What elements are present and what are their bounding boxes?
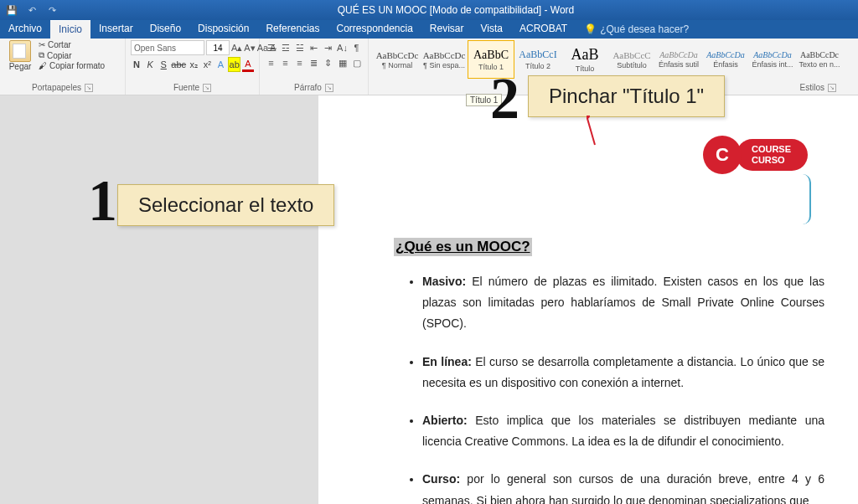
- font-name-input[interactable]: [131, 40, 204, 55]
- group-font: A▴ A▾ Aa A̶ N K S abc x₂ x² A ab A Fuent…: [126, 39, 260, 95]
- menu-home[interactable]: Inicio: [50, 20, 90, 39]
- paragraph-launcher-icon[interactable]: ↘: [325, 84, 333, 92]
- lightbulb-icon: 💡: [584, 23, 597, 35]
- style-item-texto-en-n-[interactable]: AaBbCcDcTexto en n...: [796, 40, 843, 79]
- styles-launcher-icon[interactable]: ↘: [828, 84, 836, 92]
- ribbon: Pegar ✂Cortar ⧉Copiar 🖌Copiar formato Po…: [0, 39, 858, 95]
- shading-icon[interactable]: ▦: [336, 55, 349, 70]
- annotation-step-1: Seleccionar el texto: [117, 184, 334, 226]
- page-margin-left: [0, 95, 318, 504]
- grow-font-icon[interactable]: A▴: [231, 40, 242, 55]
- font-color-icon[interactable]: A: [242, 57, 254, 72]
- badge-line2: CURSO: [752, 155, 791, 166]
- menu-references[interactable]: Referencias: [257, 20, 328, 39]
- cut-label: Cortar: [48, 40, 71, 49]
- scissors-icon: ✂: [39, 40, 45, 49]
- paste-icon: [9, 40, 31, 62]
- subscript-button[interactable]: x₂: [188, 57, 199, 72]
- list-item[interactable]: Curso: por lo general son cursos de una …: [422, 469, 824, 504]
- borders-icon[interactable]: ▢: [350, 55, 363, 70]
- align-left-icon[interactable]: ≡: [265, 55, 277, 70]
- indent-icon[interactable]: ⇥: [322, 40, 334, 55]
- shrink-font-icon[interactable]: A▾: [244, 40, 255, 55]
- annotation-number-1: 1: [88, 167, 117, 234]
- style-item--sin-espa-[interactable]: AaBbCcDc¶ Sin espa...: [421, 40, 468, 79]
- font-launcher-icon[interactable]: ↘: [203, 84, 211, 92]
- styles-group-label: Estilos: [800, 83, 824, 92]
- menu-acrobat[interactable]: ACROBAT: [511, 20, 576, 39]
- superscript-button[interactable]: x²: [201, 57, 213, 72]
- callout-bracket: [794, 174, 811, 224]
- bold-button[interactable]: N: [131, 57, 142, 72]
- line-spacing-icon[interactable]: ⇕: [322, 55, 334, 70]
- svg-line-0: [587, 116, 595, 145]
- document-bullet-list[interactable]: Masivo: El número de plazas es ilimitado…: [422, 271, 824, 504]
- font-size-input[interactable]: [206, 40, 230, 55]
- numbering-icon[interactable]: ☲: [279, 40, 292, 55]
- justify-icon[interactable]: ≣: [308, 55, 320, 70]
- align-right-icon[interactable]: ≡: [293, 55, 306, 70]
- underline-button[interactable]: S: [158, 57, 169, 72]
- group-clipboard: Pegar ✂Cortar ⧉Copiar 🖌Copiar formato Po…: [0, 39, 126, 95]
- paste-label: Pegar: [9, 62, 32, 71]
- tell-me-label: ¿Qué desea hacer?: [600, 23, 689, 35]
- menu-view[interactable]: Vista: [473, 20, 511, 39]
- align-center-icon[interactable]: ≡: [279, 55, 292, 70]
- style-item--nfasis[interactable]: AaBbCcDaÉnfasis: [702, 40, 749, 79]
- document-area: C COURSE CURSO ¿Qué es un MOOC? Masivo: …: [0, 95, 858, 504]
- badge-pill: COURSE CURSO: [737, 139, 808, 171]
- titlebar: 💾 ↶ ↷ QUÉ ES UN MOOC [Modo de compatibil…: [0, 0, 858, 20]
- multilevel-icon[interactable]: ☱: [293, 40, 306, 55]
- list-item[interactable]: Masivo: El número de plazas es ilimitado…: [422, 271, 824, 335]
- menu-file[interactable]: Archivo: [0, 20, 50, 39]
- format-painter-label: Copiar formato: [49, 61, 105, 70]
- sort-icon[interactable]: A↓: [336, 40, 349, 55]
- annotation-step-2: Pinchar "Título 1": [528, 75, 725, 117]
- brush-icon: 🖌: [39, 61, 47, 70]
- clipboard-group-label: Portapapeles: [32, 83, 81, 92]
- quick-access-toolbar: 💾 ↶ ↷: [5, 3, 59, 17]
- redo-icon[interactable]: ↷: [45, 3, 59, 17]
- format-painter-button[interactable]: 🖌Copiar formato: [39, 61, 105, 70]
- menu-mailings[interactable]: Correspondencia: [328, 20, 421, 39]
- copy-button[interactable]: ⧉Copiar: [39, 50, 105, 60]
- outdent-icon[interactable]: ⇤: [308, 40, 320, 55]
- cut-button[interactable]: ✂Cortar: [39, 40, 105, 49]
- menu-layout[interactable]: Disposición: [189, 20, 257, 39]
- font-group-label: Fuente: [173, 83, 199, 92]
- italic-button[interactable]: K: [144, 57, 156, 72]
- pilcrow-icon[interactable]: ¶: [350, 40, 363, 55]
- paragraph-group-label: Párrafo: [294, 83, 322, 92]
- menu-design[interactable]: Diseño: [142, 20, 189, 39]
- style-item-t-tulo-2[interactable]: AaBbCcITítulo 2: [514, 40, 561, 79]
- bullets-icon[interactable]: ☰: [265, 40, 277, 55]
- save-icon[interactable]: 💾: [5, 3, 18, 17]
- paste-button[interactable]: Pegar: [5, 40, 35, 71]
- style-item--nfasis-sutil[interactable]: AaBbCcDaÉnfasis sutil: [655, 40, 702, 79]
- strike-button[interactable]: abc: [171, 57, 186, 72]
- clipboard-launcher-icon[interactable]: ↘: [85, 84, 93, 92]
- menu-review[interactable]: Revisar: [421, 20, 473, 39]
- document-title[interactable]: ¿Qué es un MOOC?: [394, 238, 532, 256]
- connector-line: [587, 116, 645, 149]
- style-item--normal[interactable]: AaBbCcDc¶ Normal: [374, 40, 421, 79]
- copy-label: Copiar: [47, 51, 71, 60]
- list-item[interactable]: Abierto: Esto implica que los materiales…: [422, 410, 824, 452]
- badge-line1: COURSE: [752, 144, 791, 155]
- highlight-icon[interactable]: ab: [228, 57, 240, 72]
- annotation-number-2: 2: [490, 65, 519, 132]
- text-effects-icon[interactable]: A: [214, 57, 226, 72]
- svg-point-1: [587, 116, 590, 119]
- badge-letter: C: [703, 136, 742, 174]
- menubar: Archivo Inicio Insertar Diseño Disposici…: [0, 20, 858, 39]
- list-item[interactable]: En línea: El curso se desarrolla complet…: [422, 352, 824, 393]
- tell-me-search[interactable]: 💡 ¿Qué desea hacer?: [576, 20, 697, 39]
- style-item-t-tulo[interactable]: AaBTítulo: [561, 40, 608, 79]
- menu-insert[interactable]: Insertar: [90, 20, 142, 39]
- style-item--nfasis-int-[interactable]: AaBbCcDaÉnfasis int...: [749, 40, 796, 79]
- style-item-subt-tulo[interactable]: AaBbCcCSubtítulo: [608, 40, 655, 79]
- undo-icon[interactable]: ↶: [25, 3, 39, 17]
- document-page[interactable]: C COURSE CURSO ¿Qué es un MOOC? Masivo: …: [318, 95, 858, 504]
- copy-icon: ⧉: [39, 50, 44, 60]
- course-badge: C COURSE CURSO: [703, 136, 808, 174]
